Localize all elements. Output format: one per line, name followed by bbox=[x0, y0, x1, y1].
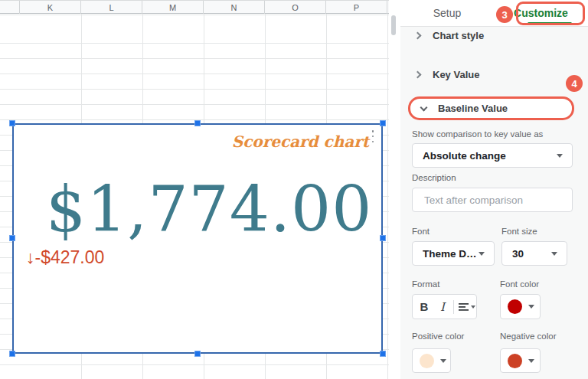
toolbar-divider bbox=[453, 300, 454, 314]
column-header-m[interactable]: M bbox=[142, 1, 204, 14]
font-size-selected-value: 30 bbox=[512, 248, 551, 260]
comparison-selected-value: Absolute change bbox=[423, 150, 557, 162]
align-left-icon bbox=[458, 302, 470, 312]
annotation-step-4: 4 bbox=[566, 75, 583, 92]
chart-handle-bottom-left[interactable] bbox=[9, 351, 15, 357]
dropdown-caret-icon bbox=[557, 154, 563, 158]
chevron-right-icon bbox=[414, 70, 422, 78]
chevron-down-icon bbox=[420, 103, 428, 111]
chart-handle-bottom-center[interactable] bbox=[194, 351, 201, 357]
chart-handle-top-right[interactable] bbox=[380, 120, 386, 126]
chart-handle-middle-right[interactable] bbox=[380, 235, 386, 241]
section-key-value-label: Key Value bbox=[433, 69, 479, 80]
column-header-label: M bbox=[169, 3, 176, 12]
comparison-label: Show comparison to key value as bbox=[412, 129, 543, 139]
align-button[interactable] bbox=[458, 302, 475, 312]
font-selected-value: Theme Default bbox=[423, 248, 479, 260]
column-header-row: K L M N O P bbox=[0, 0, 389, 14]
bold-button[interactable]: B bbox=[415, 300, 433, 313]
comparison-select[interactable]: Absolute change bbox=[412, 143, 573, 168]
chart-menu-kebab-icon[interactable] bbox=[369, 129, 377, 143]
column-header-o[interactable]: O bbox=[265, 1, 326, 14]
negative-color-swatch bbox=[508, 354, 522, 368]
chart-key-value: $1,774.00 bbox=[46, 178, 372, 241]
chart-editor-panel: Setup Customize 3 Chart style Key Value … bbox=[400, 0, 588, 379]
chart-baseline-value: ↓-$427.00 bbox=[26, 247, 104, 268]
annotation-highlight-customize bbox=[516, 2, 585, 25]
down-arrow-icon: ↓ bbox=[26, 247, 35, 267]
dropdown-caret-icon bbox=[440, 359, 446, 363]
chevron-right-icon bbox=[414, 31, 422, 39]
column-header-p[interactable]: P bbox=[326, 1, 387, 14]
column-header-n[interactable]: N bbox=[204, 1, 265, 14]
spreadsheet-area: K L M N O P Scorecard chart $1,774.00 ↓-… bbox=[0, 0, 400, 379]
font-color-label: Font color bbox=[500, 279, 539, 289]
vertical-scrollbar[interactable] bbox=[391, 15, 396, 35]
description-field bbox=[412, 188, 573, 212]
negative-color-label: Negative color bbox=[500, 332, 557, 341]
column-header-label: O bbox=[292, 3, 299, 12]
chart-handle-top-left[interactable] bbox=[9, 120, 15, 126]
scorecard-chart[interactable]: Scorecard chart $1,774.00 ↓-$427.00 bbox=[12, 123, 383, 354]
dropdown-caret-icon bbox=[471, 305, 475, 309]
column-header-partial[interactable] bbox=[0, 1, 20, 14]
negative-color-picker[interactable] bbox=[500, 348, 541, 373]
column-header-l[interactable]: L bbox=[81, 1, 142, 14]
font-select[interactable]: Theme Default bbox=[412, 241, 495, 266]
chart-handle-bottom-right[interactable] bbox=[380, 351, 386, 357]
italic-button[interactable]: I bbox=[433, 300, 452, 314]
format-label: Format bbox=[412, 279, 439, 289]
description-label: Description bbox=[412, 173, 456, 182]
dropdown-caret-icon bbox=[551, 252, 557, 256]
column-header-label: N bbox=[231, 3, 237, 12]
chart-handle-middle-left[interactable] bbox=[9, 235, 15, 241]
column-header-label: L bbox=[109, 3, 113, 12]
section-chart-style-label: Chart style bbox=[433, 30, 484, 41]
format-toolbar: B I bbox=[412, 294, 477, 319]
column-header-k[interactable]: K bbox=[20, 1, 81, 14]
dropdown-caret-icon bbox=[528, 359, 534, 363]
chart-handle-top-center[interactable] bbox=[194, 120, 201, 126]
chart-title: Scorecard chart bbox=[232, 132, 369, 151]
section-key-value[interactable]: Key Value bbox=[400, 67, 588, 82]
positive-color-swatch bbox=[420, 354, 434, 368]
description-input[interactable] bbox=[423, 194, 564, 207]
font-label: Font bbox=[412, 227, 430, 236]
positive-color-label: Positive color bbox=[412, 332, 464, 341]
column-header-label: P bbox=[354, 3, 359, 12]
annotation-step-3: 3 bbox=[496, 6, 513, 23]
font-size-label: Font size bbox=[501, 227, 537, 236]
tab-setup[interactable]: Setup bbox=[400, 0, 494, 26]
section-baseline-value[interactable]: Baseline Value bbox=[410, 99, 572, 118]
section-chart-style[interactable]: Chart style bbox=[400, 28, 588, 43]
font-size-select[interactable]: 30 bbox=[501, 241, 567, 266]
annotation-highlight-baseline: Baseline Value bbox=[408, 96, 574, 120]
baseline-amount: -$427.00 bbox=[35, 247, 105, 267]
dropdown-caret-icon bbox=[479, 252, 485, 256]
positive-color-picker[interactable] bbox=[412, 348, 451, 373]
section-baseline-value-label: Baseline Value bbox=[438, 103, 508, 114]
dropdown-caret-icon bbox=[528, 305, 534, 309]
column-header-label: K bbox=[47, 3, 53, 12]
font-color-picker[interactable] bbox=[500, 294, 541, 319]
tab-setup-label: Setup bbox=[433, 7, 462, 19]
font-color-swatch bbox=[508, 299, 522, 314]
google-sheets-chart-editor: K L M N O P Scorecard chart $1,774.00 ↓-… bbox=[0, 0, 588, 379]
